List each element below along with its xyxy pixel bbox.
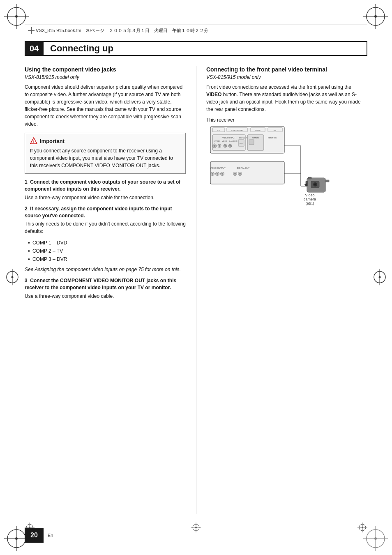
svg-text:L AUDIO R: L AUDIO R [229, 140, 238, 142]
svg-text:CD: CD [217, 129, 220, 131]
svg-point-72 [217, 173, 218, 175]
svg-rect-64 [249, 140, 254, 145]
top-bar: VSX_815-915.book.fm 20ページ ２００５年３月１日 火曜日 … [25, 25, 367, 36]
svg-text:REMOTE: REMOTE [252, 137, 259, 139]
svg-point-11 [15, 537, 18, 540]
svg-text:camera: camera [304, 197, 316, 201]
svg-point-7 [374, 15, 377, 18]
page-lang: En [48, 533, 53, 538]
step-1-body: Use a three-way component video cable fo… [25, 194, 186, 201]
svg-text:!: ! [33, 140, 35, 144]
top-bar-crosshair [28, 27, 35, 34]
svg-point-86 [314, 184, 316, 186]
content-area: Using the component video jacks VSX-815/… [25, 66, 367, 514]
ref-text: See Assigning the component video inputs… [25, 266, 186, 273]
right-section-body: Front video connections are accessed via… [206, 83, 367, 113]
svg-rect-87 [325, 180, 329, 182]
chapter-title: Connecting up [50, 43, 113, 54]
top-bar-text: VSX_815-915.book.fm 20ページ ２００５年３月１日 火曜日 … [36, 28, 208, 34]
h-line-top [25, 38, 367, 38]
bullet-item-1: • COMP 1 – DVD [28, 239, 186, 247]
important-box: ! Important If you connect any source co… [25, 133, 186, 174]
left-section-heading: Using the component video jacks [25, 66, 186, 73]
mid-crosshair-bottom-right [357, 523, 367, 534]
svg-point-15 [374, 537, 377, 540]
svg-text:DIGITAL OUT: DIGITAL OUT [237, 167, 250, 169]
svg-text:DIGITAL IN: DIGITAL IN [239, 137, 247, 139]
svg-text:Video: Video [305, 193, 315, 197]
chapter-header: 04 Connecting up [25, 41, 367, 56]
svg-point-58 [229, 145, 231, 147]
chapter-number: 04 [25, 41, 44, 56]
left-section-subheading: VSX-815/915 model only [25, 74, 186, 80]
warning-icon: ! [30, 137, 37, 145]
bottom-area: 20 En [25, 528, 53, 543]
svg-rect-88 [308, 177, 311, 179]
step-1-heading: 1 Connect the component video outputs of… [25, 179, 186, 193]
svg-text:CD R/TAPE/MD: CD R/TAPE/MD [231, 129, 243, 131]
step-3-heading: 3 Connect the COMPONENT VIDEO MONITOR OU… [25, 277, 186, 291]
svg-point-78 [239, 173, 241, 175]
step-2-heading: 2 If necessary, assign the component vid… [25, 205, 186, 219]
diagram-label: This receiver [206, 117, 367, 123]
right-section-subheading: VSX-815/915 model only [206, 74, 367, 80]
left-column: Using the component video jacks VSX-815/… [25, 66, 190, 514]
left-section-body: Component video should deliver superior … [25, 83, 186, 128]
mid-crosshair-bottom-center [191, 523, 201, 534]
svg-point-19 [12, 276, 14, 278]
side-mark-left [4, 269, 21, 286]
svg-text:TUNER: TUNER [255, 129, 261, 131]
svg-text:SETUP MIC: SETUP MIC [268, 137, 277, 139]
important-body: If you connect any source component to t… [30, 147, 180, 169]
svg-point-3 [15, 15, 18, 18]
svg-point-31 [195, 527, 197, 528]
svg-point-35 [362, 527, 363, 528]
step-2: 2 If necessary, assign the component vid… [25, 205, 186, 235]
svg-point-74 [221, 173, 223, 175]
svg-point-76 [234, 173, 236, 175]
side-mark-right [371, 269, 388, 286]
svg-text:A/V: A/V [274, 129, 277, 131]
diagram-area: This receiver CD CD R/TAPE/MD TUNER A/V … [206, 117, 367, 220]
svg-text:VIDEO INPUT: VIDEO INPUT [222, 136, 235, 139]
svg-text:VIDEO OUTPUT: VIDEO OUTPUT [210, 167, 226, 169]
step-3-body: Use a three-way component video cable. [25, 292, 186, 300]
svg-point-54 [219, 145, 220, 147]
step-1: 1 Connect the component video outputs of… [25, 179, 186, 201]
svg-point-70 [212, 173, 213, 175]
step-2-body: This only needs to be done if you didn't… [25, 220, 186, 235]
right-section-heading: Connecting to the front panel video term… [206, 66, 367, 73]
bullet-list: • COMP 1 – DVD • COMP 2 – TV • COMP 3 – … [28, 239, 186, 263]
step-3: 3 Connect the COMPONENT VIDEO MONITOR OU… [25, 277, 186, 300]
svg-point-52 [214, 145, 216, 147]
page-number: 20 [25, 528, 44, 543]
svg-point-23 [379, 276, 381, 278]
bullet-item-3: • COMP 3 – DVR [28, 256, 186, 264]
bullet-item-2: • COMP 2 – TV [28, 247, 186, 256]
svg-text:OPT: OPT [240, 143, 243, 145]
svg-text:VIDEO: VIDEO [222, 140, 227, 142]
important-title: ! Important [30, 137, 180, 145]
receiver-diagram: CD CD R/TAPE/MD TUNER A/V VIDEO INPUT S-… [206, 124, 330, 219]
svg-text:S-VIDEO: S-VIDEO [214, 140, 220, 142]
svg-text:(etc.): (etc.) [306, 201, 314, 205]
svg-point-56 [224, 145, 226, 147]
right-column: Connecting to the front panel video term… [202, 66, 367, 514]
chapter-title-bar: Connecting up [44, 41, 367, 56]
